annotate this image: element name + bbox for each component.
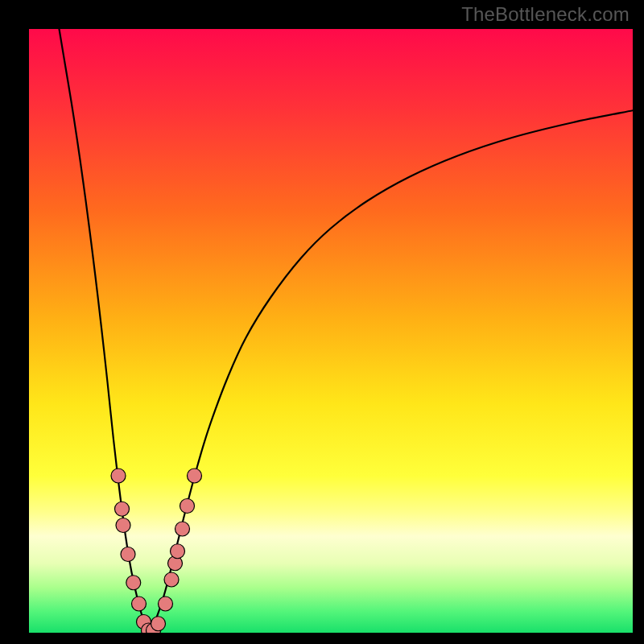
data-dot [151,617,166,631]
plot-area [29,29,633,633]
data-dot [116,518,130,533]
data-dot [180,499,195,514]
data-dot [121,547,135,562]
data-dot [175,522,190,536]
data-dot [126,576,141,590]
data-dot [164,572,179,587]
gradient-background [29,29,633,633]
chart-svg [29,29,633,633]
chart-frame: TheBottleneck.com [0,0,644,644]
data-dot [159,597,173,611]
data-dot [171,544,185,559]
data-dot [188,469,202,483]
watermark-text: TheBottleneck.com [461,3,630,26]
data-dot [132,597,147,611]
data-dot [115,502,130,516]
data-dot [111,469,126,483]
